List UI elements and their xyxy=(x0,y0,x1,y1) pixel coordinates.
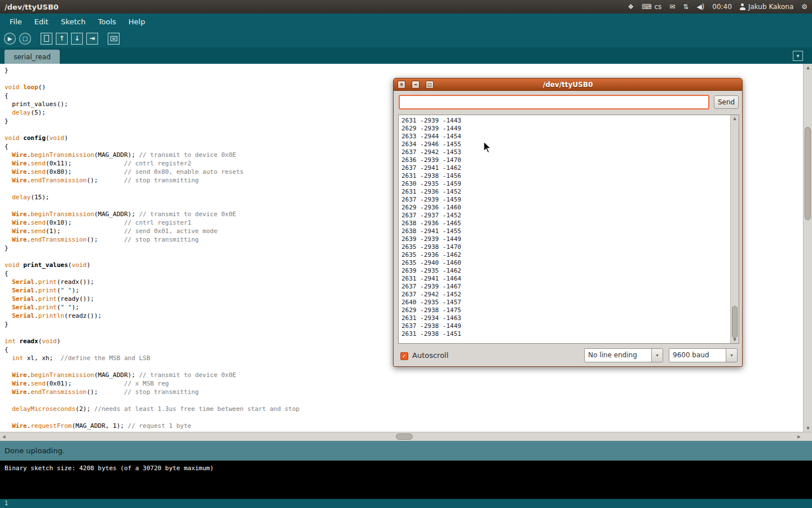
toolbar: ▶ □ ↑ ↓ ⇥ xyxy=(0,29,812,47)
serial-monitor-button[interactable] xyxy=(108,33,120,45)
scroll-up-icon[interactable]: ▲ xyxy=(731,115,739,122)
dropbox-icon[interactable]: ❖ xyxy=(628,3,634,11)
window-close-button[interactable]: ✕ xyxy=(398,81,405,89)
console-text: Binary sketch size: 4208 bytes (of a 307… xyxy=(5,465,214,472)
editor-hscroll-thumb[interactable] xyxy=(396,433,413,440)
window-maximize-button[interactable]: ▢ xyxy=(426,81,434,89)
serial-send-input[interactable] xyxy=(399,95,709,110)
network-updown-icon[interactable]: ⇅ xyxy=(683,3,689,11)
volume-icon[interactable]: ◀) xyxy=(696,3,704,11)
save-sketch-button[interactable]: ↓ xyxy=(71,33,83,45)
user-name-label: Jakub Kakona xyxy=(748,3,793,11)
scroll-right-icon[interactable]: ▶ xyxy=(795,432,803,441)
top-panel: /dev/ttyUSB0 ❖ ⌨ cs ✉ ⇅ ◀) 00:40 Jakub K… xyxy=(0,0,812,14)
scroll-down-icon[interactable]: ▼ xyxy=(804,424,812,432)
open-icon: ↑ xyxy=(59,35,64,42)
scroll-down-icon[interactable]: ▼ xyxy=(731,336,739,343)
line-number-bar: 1 xyxy=(0,499,812,508)
code-line: Wire.beginTransmission(MAG_ADDR); // tra… xyxy=(5,371,803,379)
line-ending-value: No line ending xyxy=(585,349,651,362)
code-line: Wire.send(0x01); // x MSB reg xyxy=(5,379,803,388)
stop-button[interactable]: □ xyxy=(19,33,31,45)
tab-menu-icon: ▾ xyxy=(797,53,800,59)
chevron-down-icon[interactable]: ▾ xyxy=(726,349,737,362)
serial-monitor-window: ✕ − ▢ /dev/ttyUSB0 Send 2631 -2939 -1443… xyxy=(393,78,743,367)
editor-vertical-scrollbar[interactable]: ▲ ▼ xyxy=(803,64,812,432)
open-sketch-button[interactable]: ↑ xyxy=(56,33,68,45)
code-line: Wire.endTransmission(); // stop transmit… xyxy=(5,388,803,396)
keyboard-layout-label: cs xyxy=(654,3,661,11)
desktop: /dev/ttyUSB0 ❖ ⌨ cs ✉ ⇅ ◀) 00:40 Jakub K… xyxy=(0,0,812,508)
serial-output-text: 2631 -2939 -1443 2629 -2939 -1449 2633 -… xyxy=(401,117,729,341)
stop-icon: □ xyxy=(23,36,28,42)
play-icon: ▶ xyxy=(8,36,12,42)
code-line: Wire.requestFrom(MAG_ADDR, 1); // reques… xyxy=(5,422,803,430)
upload-button[interactable]: ⇥ xyxy=(86,33,98,45)
editor-vscroll-thumb[interactable] xyxy=(805,127,811,220)
menu-file[interactable]: File xyxy=(3,15,28,29)
autoscroll-label[interactable]: Autoscroll xyxy=(412,351,448,360)
checkmark-icon: ✓ xyxy=(402,353,407,359)
clock[interactable]: 00:40 xyxy=(712,3,732,11)
baud-rate-value: 9600 baud xyxy=(669,349,726,362)
menu-sketch[interactable]: Sketch xyxy=(55,15,92,29)
scrollbar-corner xyxy=(803,432,812,441)
code-line xyxy=(5,413,803,422)
line-ending-select[interactable]: No line ending ▾ xyxy=(584,348,663,362)
menu-tools[interactable]: Tools xyxy=(92,15,122,29)
focused-window-title: /dev/ttyUSB0 xyxy=(5,3,59,11)
scroll-left-icon[interactable]: ◀ xyxy=(0,432,8,441)
scroll-up-icon[interactable]: ▲ xyxy=(804,64,812,71)
upload-icon: ⇥ xyxy=(89,35,95,42)
code-line: delayMicroseconds(2); //needs at least 1… xyxy=(5,405,803,413)
new-sketch-button[interactable] xyxy=(41,33,52,45)
close-icon: ✕ xyxy=(400,82,404,87)
user-icon xyxy=(740,3,745,10)
line-number: 1 xyxy=(5,500,8,506)
tab-strip: serial_read ▾ xyxy=(0,47,812,64)
menu-edit[interactable]: Edit xyxy=(28,15,55,29)
tab-menu-button[interactable]: ▾ xyxy=(793,51,803,61)
window-minimize-button[interactable]: − xyxy=(412,81,420,89)
menu-bar: File Edit Sketch Tools Help xyxy=(0,14,812,29)
code-line xyxy=(5,396,803,405)
user-menu[interactable]: Jakub Kakona xyxy=(740,3,793,11)
autoscroll-checkbox[interactable]: ✓ xyxy=(400,352,408,360)
menu-help[interactable]: Help xyxy=(122,15,152,29)
serial-monitor-title: /dev/ttyUSB0 xyxy=(543,81,593,89)
mail-icon[interactable]: ✉ xyxy=(669,3,675,11)
serial-monitor-icon xyxy=(111,36,117,41)
system-tray: ❖ ⌨ cs ✉ ⇅ ◀) 00:40 Jakub Kakona ⚙ xyxy=(628,3,807,11)
code-line: } xyxy=(5,66,803,75)
serial-output-scrollbar[interactable]: ▲ ▼ xyxy=(730,115,739,343)
send-button[interactable]: Send xyxy=(714,95,739,109)
maximize-icon: ▢ xyxy=(427,82,432,87)
keyboard-icon: ⌨ xyxy=(642,3,651,11)
status-bar: Done uploading. xyxy=(0,441,812,461)
session-gear-icon[interactable]: ⚙ xyxy=(801,3,807,11)
keyboard-layout-indicator[interactable]: ⌨ cs xyxy=(642,3,661,11)
minimize-icon: − xyxy=(414,82,418,87)
save-icon: ↓ xyxy=(74,35,80,42)
status-message: Done uploading. xyxy=(5,446,65,455)
chevron-down-icon[interactable]: ▾ xyxy=(651,349,663,362)
serial-scroll-thumb[interactable] xyxy=(732,306,738,338)
tab-serial-read[interactable]: serial_read xyxy=(5,50,60,64)
verify-button[interactable]: ▶ xyxy=(4,33,16,45)
mouse-cursor xyxy=(483,141,492,154)
serial-monitor-titlebar[interactable]: ✕ − ▢ /dev/ttyUSB0 xyxy=(394,78,742,91)
new-file-icon xyxy=(44,35,49,42)
serial-output-area[interactable]: 2631 -2939 -1443 2629 -2939 -1449 2633 -… xyxy=(398,115,739,344)
editor-horizontal-scrollbar[interactable]: ◀ ▶ xyxy=(0,432,803,441)
console-output: Binary sketch size: 4208 bytes (of a 307… xyxy=(0,461,812,499)
baud-rate-select[interactable]: 9600 baud ▾ xyxy=(669,348,738,362)
